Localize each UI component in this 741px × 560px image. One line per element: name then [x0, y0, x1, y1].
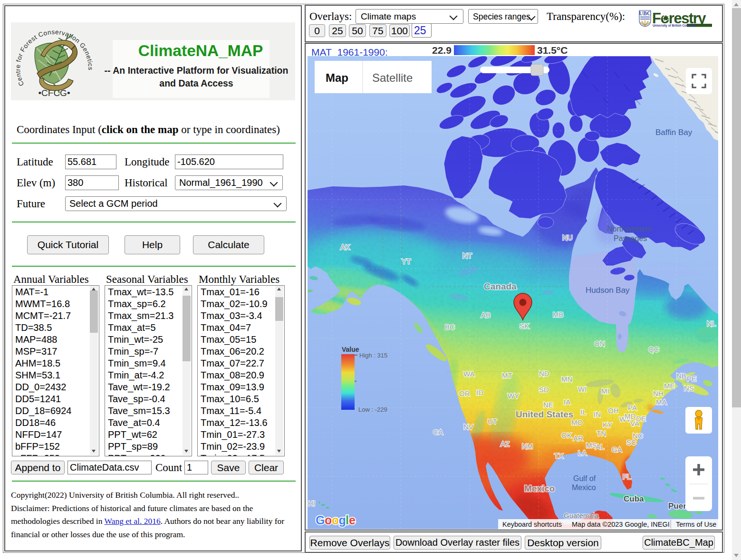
- svg-text:Satellite: Satellite: [372, 71, 413, 84]
- svg-text:SC: SC: [626, 438, 636, 446]
- svg-text:Guatemala: Guatemala: [564, 512, 599, 520]
- svg-text:Mexico: Mexico: [572, 483, 596, 492]
- svg-text:GA: GA: [612, 445, 622, 454]
- svg-text:Terms of Use: Terms of Use: [676, 521, 716, 528]
- svg-text:AK: AK: [340, 243, 350, 251]
- svg-text:Cuba: Cuba: [624, 494, 644, 503]
- svg-text:Baffin Bay: Baffin Bay: [655, 128, 693, 137]
- svg-text:ID: ID: [476, 388, 483, 396]
- svg-text:United States: United States: [516, 409, 573, 419]
- svg-text:Keyboard shortcuts: Keyboard shortcuts: [502, 521, 562, 528]
- svg-text:NB: NB: [676, 372, 686, 380]
- svg-text:MA: MA: [656, 398, 667, 406]
- svg-text:MB: MB: [553, 310, 564, 319]
- svg-text:IN: IN: [594, 410, 601, 418]
- svg-text:l: l: [346, 513, 349, 527]
- svg-text:e: e: [349, 513, 356, 527]
- svg-text:Mexico: Mexico: [524, 483, 555, 493]
- svg-text:AZ: AZ: [500, 440, 510, 448]
- svg-text:HI: HI: [308, 499, 315, 507]
- svg-text:SD: SD: [539, 386, 549, 394]
- svg-text:o: o: [325, 513, 332, 527]
- svg-text:PA: PA: [628, 404, 637, 412]
- svg-text:ND: ND: [539, 369, 549, 377]
- svg-text:QC: QC: [648, 345, 659, 353]
- svg-text:High : 315: High : 315: [359, 352, 387, 359]
- svg-text:OH: OH: [608, 406, 619, 415]
- svg-text:KY: KY: [603, 421, 612, 429]
- svg-text:IA: IA: [564, 398, 570, 406]
- svg-text:NM: NM: [522, 442, 533, 450]
- svg-text:Northwestern: Northwestern: [607, 225, 652, 233]
- svg-text:PE: PE: [687, 375, 696, 383]
- svg-text:Value: Value: [342, 346, 359, 353]
- svg-text:ON: ON: [594, 339, 605, 348]
- svg-text:UBC: UBC: [639, 10, 651, 17]
- svg-text:o: o: [332, 513, 339, 527]
- svg-text:WI: WI: [578, 385, 587, 393]
- svg-text:ME: ME: [664, 382, 675, 390]
- svg-text:Map: Map: [326, 71, 348, 84]
- svg-text:OK: OK: [561, 431, 572, 439]
- svg-text:Map data ©2023 Google, INEGI: Map data ©2023 Google, INEGI: [572, 521, 670, 528]
- svg-text:TX: TX: [554, 452, 563, 460]
- svg-text:TN: TN: [597, 429, 606, 437]
- svg-text:g: g: [339, 513, 346, 527]
- svg-text:CA: CA: [433, 428, 443, 436]
- svg-text:OR: OR: [459, 389, 470, 397]
- svg-text:Canada: Canada: [484, 281, 517, 291]
- svg-text:AB: AB: [481, 311, 491, 319]
- svg-text:G: G: [316, 513, 325, 527]
- svg-text:LA: LA: [578, 449, 587, 457]
- svg-text:NE: NE: [543, 401, 553, 409]
- svg-text:DE: DE: [636, 415, 646, 423]
- svg-text:FL: FL: [623, 473, 631, 481]
- svg-text:YT: YT: [402, 257, 411, 265]
- svg-text:BC: BC: [445, 323, 455, 331]
- svg-text:NU: NU: [562, 233, 573, 241]
- svg-text:MT: MT: [502, 371, 512, 379]
- svg-text:NT: NT: [462, 251, 472, 260]
- svg-text:MN: MN: [561, 375, 572, 383]
- svg-text:UT: UT: [488, 417, 497, 425]
- svg-text:WA: WA: [463, 370, 475, 378]
- svg-text:IL: IL: [580, 408, 587, 416]
- svg-text:Gulf of: Gulf of: [573, 474, 596, 483]
- svg-text:NV: NV: [463, 423, 473, 431]
- svg-text:NH: NH: [653, 389, 664, 397]
- svg-text:SK: SK: [520, 322, 529, 330]
- svg-text:NL: NL: [707, 319, 716, 328]
- svg-text:University of British Columbia: University of British Columbia: [653, 24, 696, 28]
- svg-text:NS: NS: [684, 384, 694, 392]
- svg-text:Low : -229: Low : -229: [358, 406, 387, 413]
- svg-text:WY: WY: [508, 392, 519, 400]
- svg-text:MD: MD: [625, 412, 635, 420]
- svg-text:AR: AR: [573, 434, 583, 442]
- svg-text:Passages: Passages: [614, 234, 647, 242]
- svg-text:MI: MI: [601, 387, 609, 395]
- svg-text:Hudson Bay: Hudson Bay: [586, 286, 630, 295]
- svg-text:MO: MO: [571, 418, 583, 426]
- svg-text:AL: AL: [596, 443, 604, 451]
